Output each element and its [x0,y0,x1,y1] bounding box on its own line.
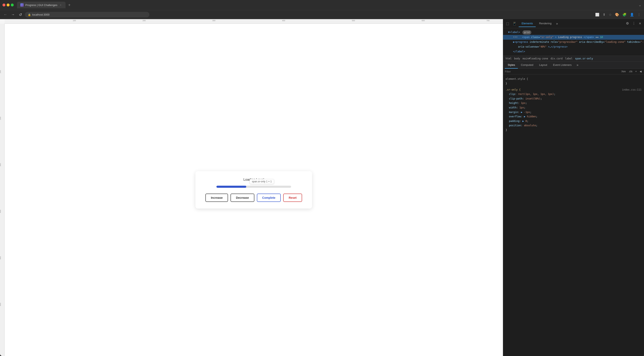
devtools-close-button[interactable]: × [638,20,642,27]
css-prop-clip: clip: rect(1px, 1px, 1px, 1px); [509,92,642,97]
ruler-tick-700: 700 [486,20,490,22]
active-tab[interactable]: Progress | GUI Challenges × [17,2,66,8]
increase-button[interactable]: Increase [206,194,228,202]
traffic-lights [2,4,14,7]
content-area: 100 200 300 400 500 600 700 100 200 300 … [0,19,644,356]
nav-bar: ← → ↺ 🔒 localhost:3000 ⬜ ⬆ ☆ 🎨 🧩 👤 ⋮ [0,10,644,19]
ruler-vtick-500: 500 [0,256,1,259]
page-inner: Loading Level span.sr-only 1 × 1 Increas… [4,24,503,356]
breadcrumb-bar: html body main#loading-zone div.card lab… [503,56,644,62]
breadcrumb-div[interactable]: div.card [550,57,564,60]
back-button[interactable]: ← [2,12,8,18]
tab-rendering[interactable]: Rendering [536,20,554,27]
ruler-vtick-400: 400 [0,210,1,213]
forward-button[interactable]: → [10,12,16,18]
panel-tab-layout[interactable]: Layout [536,62,550,69]
css-prop-padding: padding: ▶ 0; [509,119,642,124]
address-bar[interactable]: 🔒 localhost:3000 [25,12,150,18]
ruler-tick-200: 200 [142,20,146,22]
tree-line-progress-cont: aria-valuenow="40%" >…</progress> [503,45,644,49]
ruler-top: 100 200 300 400 500 600 700 [4,19,503,24]
window-more-button[interactable]: ⌄ [638,3,642,7]
sr-only-close: } [506,128,642,132]
css-prop-clip-path: clip-path: inset(50%); [509,97,642,101]
tooltip-label: span.sr-only 1 × 1 [250,179,274,184]
nav-actions: ⬜ ⬆ ☆ 🎨 🧩 👤 ⋮ [594,12,642,18]
css-prop-height: height: 1px; [509,101,642,105]
ruler-left: 100 200 300 400 500 600 [0,24,4,356]
close-traffic-light[interactable] [2,4,6,7]
elements-tree: ▼<label> grid ••• <span class="sr-only" … [503,28,644,56]
decrease-button[interactable]: Decrease [230,194,254,202]
filter-back-button[interactable]: ◀ [639,70,642,73]
inspect-element-icon[interactable]: ⬚ [505,20,510,27]
progress-bar-fill [216,186,246,188]
progress-container: span.sr-only 1 × 1 [216,186,291,188]
reload-button[interactable]: ↺ [18,12,23,18]
devtools-tabs-more[interactable]: » [555,20,559,27]
maximize-traffic-light[interactable] [11,4,14,7]
tree-line-label[interactable]: ▼<label> grid [503,30,644,35]
breadcrumb-label[interactable]: label [564,57,573,60]
ruler-tick-600: 600 [422,20,425,22]
extension-color-icon[interactable]: 🎨 [614,12,620,18]
tab-title: Progress | GUI Challenges [25,4,57,7]
new-tab-button[interactable]: + [66,2,72,8]
sr-only-selector-line: .sr-only { index.css:111 [506,88,642,92]
tab-elements[interactable]: Elements [519,20,536,27]
share-icon[interactable]: ⬆ [602,12,606,18]
tab-close-button[interactable]: × [59,3,62,7]
ruler-vtick-100: 100 [0,70,1,73]
breadcrumb-body[interactable]: body [513,57,521,60]
breadcrumb-html[interactable]: html [505,57,512,60]
tab-favicon [20,3,24,7]
element-style-close: } [506,81,642,86]
devtools-settings-icon[interactable]: ⚙ [625,20,630,27]
page-content: 100 200 300 400 500 600 700 100 200 300 … [0,19,503,356]
device-toolbar-icon[interactable]: 📱 [511,20,518,27]
bookmark-icon[interactable]: ☆ [608,12,612,18]
title-bar: Progress | GUI Challenges × + ⌄ [0,0,644,10]
ruler-tick-300: 300 [212,20,215,22]
tab-bar: Progress | GUI Challenges × + ⌄ [17,2,642,8]
breadcrumb-span[interactable]: span.sr-only [574,57,594,60]
reset-button[interactable]: Reset [283,194,302,202]
devtools-menu-icon[interactable]: ⋮ [631,20,637,27]
progress-bar-track [216,186,291,188]
devtools-toolbar: ⬚ 📱 Elements Rendering » ⚙ ⋮ × [503,19,644,28]
browser-menu-icon[interactable]: ⋮ [636,12,642,18]
ruler-vtick-300: 300 [0,163,1,166]
buttons-row: Increase Decrease Complete Reset [206,194,302,202]
complete-button[interactable]: Complete [257,194,281,202]
filter-hov-button[interactable]: :hov [620,70,626,73]
screen-cast-icon[interactable]: ⬜ [594,12,600,18]
profile-icon[interactable]: 👤 [629,12,635,18]
filter-cls-button[interactable]: .cls [628,70,633,73]
devtools-panel: ⬚ 📱 Elements Rendering » ⚙ ⋮ × [503,19,644,356]
css-prop-margin: margin: ▶ -1px; [509,110,642,115]
filter-add-button[interactable]: + [634,70,638,73]
loading-card: Loading Level span.sr-only 1 × 1 Increas… [196,171,312,209]
panel-tabs: Styles Computed Layout Event Listeners » [503,62,644,69]
extensions-icon[interactable]: 🧩 [622,12,628,18]
minimize-traffic-light[interactable] [7,4,10,7]
panel-tab-styles[interactable]: Styles [505,62,518,69]
panel-tabs-more[interactable]: » [575,62,580,69]
filter-input[interactable] [505,70,618,73]
element-style-selector: element.style { [506,77,642,81]
ruler-vtick-200: 200 [0,117,1,120]
ruler-vtick-600: 600 [0,303,1,306]
breadcrumb-main[interactable]: main#loading-zone [522,57,549,60]
panel-tab-computed[interactable]: Computed [518,62,536,69]
tree-line-span[interactable]: ••• <span class="sr-only" > Loading prog… [503,35,644,40]
ruler-tick-500: 500 [352,20,355,22]
ruler-tick-100: 100 [73,20,76,22]
element-style-rule: element.style { } [503,76,644,87]
panel-tab-event-listeners[interactable]: Event Listeners [550,62,574,69]
tree-line-progress[interactable]: ▶<progress indeterminate role="progressb… [503,40,644,45]
devtools-tabs: Elements Rendering » [519,20,624,27]
devtools-actions: ⚙ ⋮ × [625,20,642,27]
filter-bar: :hov .cls + ◀ [503,69,644,74]
browser-window: Progress | GUI Challenges × + ⌄ ← → ↺ 🔒 … [0,0,644,356]
sr-only-rule: .sr-only { index.css:111 clip: rect(1px,… [503,87,644,133]
